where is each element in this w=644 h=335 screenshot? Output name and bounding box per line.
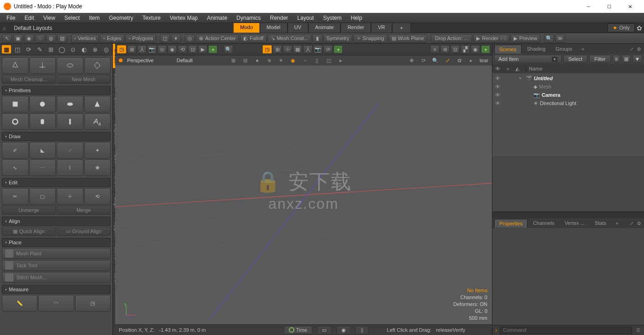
prim-cylinder[interactable] — [29, 113, 56, 130]
vt-gear-icon[interactable]: ✿ — [456, 57, 463, 64]
eye-icon[interactable]: 👁 — [494, 92, 501, 98]
vt-i2[interactable]: ⊟ — [241, 57, 249, 64]
only-button[interactable]: ★Only — [608, 24, 635, 32]
eye-icon[interactable]: 👁 — [494, 84, 501, 89]
menu-layout[interactable]: Layout — [293, 14, 318, 22]
close-button[interactable]: ✕ — [620, 0, 640, 13]
tab-stats[interactable]: Stats — [590, 219, 611, 227]
layout-tab-modo[interactable]: Modo — [233, 23, 260, 33]
vp2-i7[interactable]: ⟳ — [323, 45, 333, 53]
vt-i4[interactable]: ≋ — [265, 57, 273, 64]
merge-button[interactable]: Merge — [57, 206, 111, 215]
strip-i6[interactable]: ⊙ — [68, 45, 77, 53]
tab-channels[interactable]: Channels — [528, 219, 559, 227]
filter-button[interactable]: Filter — [589, 55, 610, 63]
strip-i3[interactable]: ✎ — [35, 45, 44, 53]
section-align[interactable]: Align — [2, 217, 111, 226]
vt-i3[interactable]: ● — [253, 57, 261, 64]
preview-button[interactable]: ▶ Preview — [510, 34, 540, 43]
quick-align-button[interactable]: ▦ Quick Align — [2, 227, 56, 236]
cube-icon[interactable]: ◍ — [46, 34, 56, 43]
prim-cone[interactable] — [84, 96, 111, 112]
props-expand-icon[interactable]: ⤢ — [628, 220, 635, 226]
menu-select[interactable]: Select — [60, 14, 84, 22]
axis-gizmo[interactable]: y — [122, 301, 140, 320]
mesh-cleanup-button[interactable]: Mesh Cleanup... — [2, 75, 56, 84]
layout-tab-add[interactable]: ＋ — [392, 23, 411, 33]
falloff-button[interactable]: ◐ Falloff — [240, 34, 267, 43]
tab-add[interactable]: ＋ — [578, 45, 588, 53]
menu-file[interactable]: File — [2, 14, 20, 22]
tab-properties[interactable]: Properties — [494, 219, 527, 228]
menu-help[interactable]: Help — [346, 14, 367, 22]
expand-icon[interactable]: ▾ — [519, 76, 524, 81]
shield-icon[interactable]: ♢ — [35, 34, 45, 43]
drop-icon[interactable]: ▾ — [171, 34, 181, 43]
prim-text[interactable]: A& — [84, 113, 111, 130]
maximize-button[interactable]: ☐ — [599, 0, 620, 13]
menu-animate[interactable]: Animate — [202, 14, 232, 22]
vt-i9[interactable]: ◫ — [325, 57, 333, 64]
vp-i7[interactable]: ⟲ — [178, 45, 187, 53]
mesh-paint-button[interactable]: Mesh Paint — [2, 248, 111, 259]
tab-scenes[interactable]: Scenes — [494, 45, 521, 53]
list-icon[interactable]: ≡ — [613, 55, 620, 63]
vp2-add-icon[interactable]: ＋ — [334, 45, 343, 53]
vertices-button[interactable]: ▫ Vertices — [71, 34, 99, 43]
vp-cube-icon[interactable]: ◳ — [117, 45, 126, 53]
more-icon[interactable]: ≫ — [555, 34, 565, 43]
vpr-add-icon[interactable]: ＋ — [481, 45, 490, 53]
new-mesh-button[interactable]: New Mesh — [57, 75, 111, 84]
edit-2[interactable]: ▢ — [29, 188, 56, 205]
cmd-menu-icon[interactable]: ☰ — [635, 327, 641, 334]
paint-icon[interactable]: ◉ — [24, 34, 34, 43]
gear-icon[interactable]: ✿ — [635, 24, 644, 32]
menu-view[interactable]: View — [39, 14, 60, 22]
snapping-button[interactable]: ✧ Snapping — [353, 34, 387, 43]
tool-axis2[interactable] — [29, 57, 56, 74]
vpr-i5[interactable]: ◉ — [471, 45, 480, 53]
measure-ruler[interactable]: 📏 — [2, 295, 37, 311]
prim-ellipsoid[interactable] — [57, 96, 83, 112]
strip-i1[interactable]: ◫ — [13, 45, 22, 53]
panel-expand-icon[interactable]: ⤢ — [628, 46, 635, 52]
default-tab[interactable]: Default — [176, 58, 193, 63]
section-measure[interactable]: Measure — [2, 285, 111, 294]
section-edit[interactable]: Edit — [2, 178, 111, 187]
menu-geometry[interactable]: Geometry — [105, 14, 138, 22]
type-col-icon[interactable]: ◭ — [515, 66, 522, 72]
prim-capsule[interactable] — [57, 113, 83, 130]
sb-i1[interactable]: ▭ — [317, 326, 332, 335]
symmetry-button[interactable]: Symmetry — [323, 34, 353, 43]
layout-tab-vr[interactable]: VR — [371, 23, 392, 33]
plus-col-icon[interactable]: ＋ — [505, 65, 512, 72]
strip-i2[interactable]: ⟳ — [24, 45, 33, 53]
panel-gear-icon[interactable]: ✿ — [636, 46, 642, 52]
vt-i8[interactable]: ▯ — [313, 57, 321, 64]
props-tab-add[interactable]: ＋ — [612, 219, 622, 228]
eye-icon[interactable]: 👁 — [494, 76, 501, 81]
draw-5[interactable]: ∿ — [2, 159, 29, 176]
strip-i4[interactable]: ⊞ — [46, 45, 55, 53]
menu-system[interactable]: System — [318, 14, 346, 22]
layout-tab-animate[interactable]: Animate — [308, 23, 340, 33]
vt-i10[interactable]: ▸ — [337, 57, 345, 64]
vt-zoom-icon[interactable]: 🔍 — [432, 57, 439, 64]
search-icon[interactable]: 🔍 — [544, 34, 554, 43]
prim-sphere[interactable] — [29, 96, 56, 112]
vp2-i4[interactable]: ▦ — [293, 45, 302, 53]
layout-tab-model[interactable]: Model — [260, 23, 287, 33]
vp-i3[interactable]: 人 — [137, 45, 146, 53]
eye-col-icon[interactable]: 👁 — [495, 66, 502, 71]
vt-expand-icon[interactable]: ⤢ — [444, 57, 451, 64]
vt-rotate-icon[interactable]: ⟳ — [420, 57, 427, 64]
tree-scrollbar[interactable] — [492, 212, 644, 218]
sort-icon[interactable]: ⊞ — [622, 55, 631, 63]
vp-i8[interactable]: ⊡ — [188, 45, 197, 53]
vp2-i6[interactable]: 📷 — [313, 45, 322, 53]
render-button[interactable]: ▶ Render F9 — [473, 34, 509, 43]
workplane-button[interactable]: ▤ Work Plane — [388, 34, 427, 43]
strip-i7[interactable]: ◐ — [79, 45, 88, 53]
draw-7[interactable]: ⌇ — [57, 159, 83, 176]
section-place[interactable]: Place — [2, 238, 111, 247]
